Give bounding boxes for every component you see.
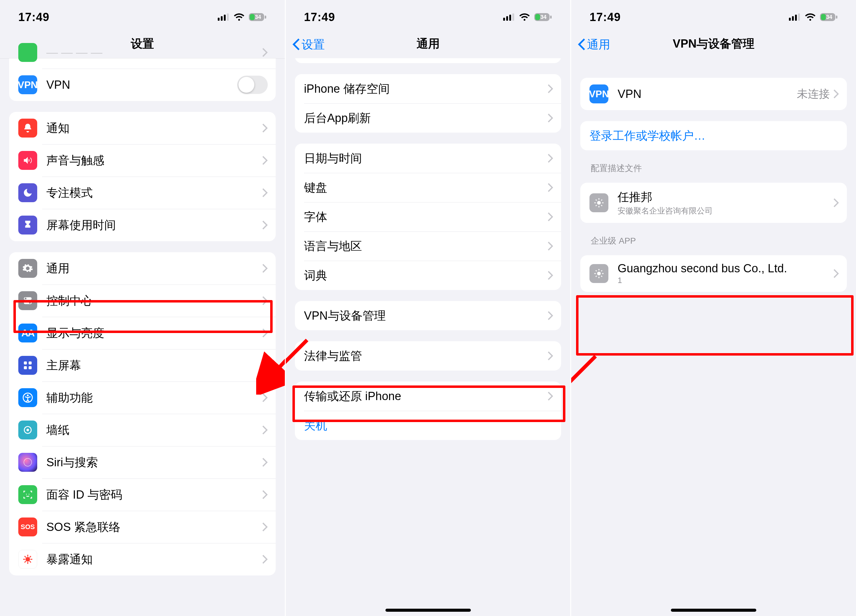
chevron-right-icon [262, 123, 268, 132]
group-date-kbd: 日期与时间 键盘 字体 语言与地区 词典 [295, 144, 561, 290]
screen-settings: 17:49 34 设置 — — — — [0, 0, 286, 616]
shutdown-link[interactable]: 关机 [304, 418, 327, 433]
section-header-profile: 配置描述文件 [580, 150, 847, 178]
svg-rect-39 [535, 14, 540, 20]
back-button[interactable]: 通用 [577, 37, 610, 52]
screen-vpn-management: 17:49 34 通用 VPN与设备管理 VPN VPN [571, 0, 856, 616]
svg-point-50 [597, 201, 601, 205]
chevron-right-icon [548, 242, 553, 251]
row-lang[interactable]: 语言与地区 [295, 231, 561, 261]
row-accessibility[interactable]: 辅助功能 [9, 382, 276, 414]
back-label: 设置 [302, 37, 325, 52]
signin-link[interactable]: 登录工作或学校帐户… [590, 128, 705, 144]
page-title: 通用 [417, 36, 440, 52]
svg-rect-14 [24, 366, 27, 369]
chevron-right-icon [833, 198, 839, 207]
row-dict[interactable]: 词典 [295, 261, 561, 290]
vpn-toggle[interactable] [237, 75, 268, 94]
status-icons: 34 [789, 13, 838, 21]
chevron-right-icon [262, 220, 268, 229]
vpn-label: VPN [46, 79, 237, 91]
svg-rect-45 [798, 14, 800, 21]
chevron-right-icon [262, 156, 268, 165]
row-hotspot-clipped[interactable]: — — — — [9, 36, 276, 69]
row-sound[interactable]: 声音与触感 [9, 144, 276, 177]
section-header-enterprise: 企业级 APP [580, 223, 847, 250]
moon-icon [18, 183, 37, 202]
row-exposure[interactable]: 暴露通知 [9, 543, 276, 576]
row-wallpaper[interactable]: 墙纸 [9, 414, 276, 446]
status-icons: 34 [218, 13, 266, 21]
group-notify: 通知 声音与触感 专注模式 [9, 112, 276, 241]
vpn-icon: VPN [590, 85, 608, 103]
chevron-right-icon [548, 351, 553, 360]
hourglass-icon [18, 216, 37, 234]
group-enterprise: Guangzhou second bus Co., Ltd. 1 [580, 255, 847, 292]
status-icons: 34 [503, 13, 552, 21]
row-vpn-toggle[interactable]: VPN VPN [9, 69, 276, 101]
status-time: 17:49 [304, 11, 335, 24]
wifi-icon [519, 13, 530, 21]
row-enterprise-app[interactable]: Guangzhou second bus Co., Ltd. 1 [580, 255, 847, 292]
group-profiles: 任推邦 安徽聚名企业咨询有限公司 [580, 183, 847, 223]
svg-line-55 [596, 200, 597, 201]
svg-rect-15 [29, 366, 32, 369]
row-notifications[interactable]: 通知 [9, 112, 276, 144]
chevron-right-icon [262, 555, 268, 564]
signal-icon [218, 14, 229, 21]
row-font[interactable]: 字体 [295, 202, 561, 231]
row-vpn-device-mgmt[interactable]: VPN与设备管理 [295, 301, 561, 330]
battery-icon: 34 [534, 13, 552, 21]
battery-icon: 34 [249, 13, 266, 21]
chevron-right-icon [833, 269, 839, 278]
row-keyboard[interactable]: 键盘 [295, 173, 561, 202]
row-siri[interactable]: Siri与搜索 [9, 446, 276, 479]
svg-rect-44 [795, 15, 797, 21]
home-indicator [671, 609, 756, 612]
status-time: 17:49 [590, 11, 620, 24]
svg-line-58 [601, 200, 602, 201]
faceid-icon [18, 485, 37, 504]
row-storage[interactable]: iPhone 储存空间 [295, 74, 561, 103]
svg-line-65 [601, 276, 602, 277]
vpn-icon: VPN [18, 75, 37, 94]
navbar-vpn: 通用 VPN与设备管理 [571, 31, 856, 58]
wifi-icon [805, 13, 816, 21]
back-button[interactable]: 设置 [292, 37, 325, 52]
chevron-right-icon [262, 490, 268, 499]
svg-rect-43 [792, 16, 794, 21]
row-faceid[interactable]: 面容 ID 与密码 [9, 479, 276, 511]
status-bar: 17:49 34 [571, 0, 856, 31]
chevron-right-icon [262, 361, 268, 370]
row-sos[interactable]: SOS SOS 紧急联络 [9, 511, 276, 543]
svg-line-57 [596, 205, 597, 206]
svg-rect-13 [29, 361, 32, 364]
svg-line-31 [29, 556, 31, 558]
svg-point-22 [29, 494, 29, 494]
svg-point-17 [27, 394, 29, 396]
chevron-right-icon [262, 296, 268, 305]
group-signin: 登录工作或学校帐户… [580, 121, 847, 150]
row-profile[interactable]: 任推邦 安徽聚名企业咨询有限公司 [580, 183, 847, 223]
row-transfer[interactable]: 传输或还原 iPhone [295, 382, 561, 411]
row-signin-work-school[interactable]: 登录工作或学校帐户… [580, 121, 847, 150]
row-legal[interactable]: 法律与监管 [295, 341, 561, 371]
row-datetime[interactable]: 日期与时间 [295, 144, 561, 173]
row-general[interactable]: 通用 [9, 252, 276, 285]
group-top: — — — — VPN VPN [9, 36, 276, 101]
row-shutdown[interactable]: 关机 [295, 411, 561, 440]
sos-icon: SOS [18, 517, 37, 536]
svg-rect-12 [24, 361, 27, 364]
row-display[interactable]: AA 显示与亮度 [9, 317, 276, 349]
row-focus[interactable]: 专注模式 [9, 177, 276, 209]
chevron-right-icon [262, 188, 268, 197]
row-homescreen[interactable]: 主屏幕 [9, 349, 276, 382]
battery-icon: 34 [820, 13, 838, 21]
row-controlcenter[interactable]: 控制中心 [9, 285, 276, 317]
home-indicator [385, 609, 471, 612]
row-vpn-status[interactable]: VPN VPN 未连接 [580, 78, 847, 110]
apps-grid-icon [18, 356, 37, 375]
profile-gear-icon [590, 193, 608, 212]
row-screentime[interactable]: 屏幕使用时间 [9, 209, 276, 241]
row-bgrefresh[interactable]: 后台App刷新 [295, 103, 561, 132]
